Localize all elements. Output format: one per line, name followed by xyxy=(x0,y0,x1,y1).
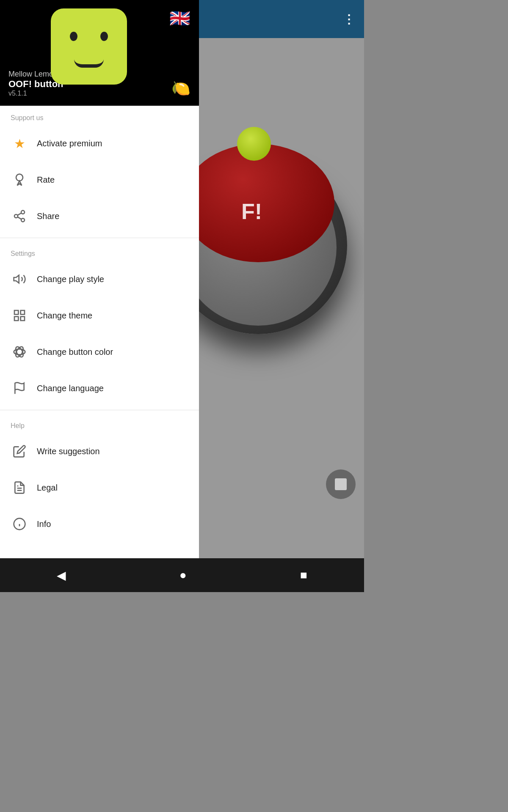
svg-rect-7 xyxy=(14,310,18,314)
info-label: Info xyxy=(37,519,51,529)
oof-face xyxy=(51,8,127,85)
svg-rect-10 xyxy=(14,317,18,321)
menu-item-change-button-color[interactable]: Change button color xyxy=(0,334,199,370)
volume-icon xyxy=(11,270,28,288)
edit-icon xyxy=(11,442,28,460)
nav-bar: ◀ ● ■ xyxy=(0,558,364,592)
menu-item-activate-premium[interactable]: ★ Activate premium xyxy=(0,125,199,162)
app-logo xyxy=(51,8,127,85)
menu-item-legal[interactable]: Legal xyxy=(0,469,199,506)
oof-text: F! xyxy=(241,199,262,224)
change-button-color-label: Change button color xyxy=(37,347,113,357)
oof-button: F! xyxy=(195,123,364,419)
eye-left xyxy=(70,32,77,41)
back-button[interactable]: ◀ xyxy=(57,568,66,582)
stop-icon xyxy=(335,478,347,490)
drawer-header: 🇬🇧 🍋 Mellow Lemon OOF! button v5.1.1 xyxy=(0,0,199,106)
share-icon xyxy=(11,207,28,225)
recent-button[interactable]: ■ xyxy=(300,568,307,582)
menu-item-share[interactable]: Share xyxy=(0,198,199,234)
change-theme-label: Change theme xyxy=(37,311,92,321)
more-options-button[interactable]: ⋮ xyxy=(343,12,356,26)
section-label-help: Help xyxy=(0,414,199,433)
change-language-label: Change language xyxy=(37,384,104,393)
svg-point-3 xyxy=(21,218,25,222)
menu-item-change-language[interactable]: Change language xyxy=(0,370,199,406)
svg-rect-8 xyxy=(21,310,25,314)
flag-icon xyxy=(11,379,28,397)
activate-premium-label: Activate premium xyxy=(37,139,102,148)
mouth xyxy=(74,59,104,68)
oof-scene: F! xyxy=(195,38,364,592)
menu-item-change-theme[interactable]: Change theme xyxy=(0,297,199,334)
stop-button[interactable] xyxy=(326,469,356,499)
drawer-content: Support us ★ Activate premium Rate xyxy=(0,106,199,558)
write-suggestion-label: Write suggestion xyxy=(37,447,100,456)
svg-point-2 xyxy=(14,214,18,218)
svg-line-4 xyxy=(17,217,21,219)
svg-line-5 xyxy=(17,213,21,215)
section-label-settings: Settings xyxy=(0,241,199,261)
drawer: 🇬🇧 🍋 Mellow Lemon OOF! button v5.1.1 Sup… xyxy=(0,0,199,558)
info-icon xyxy=(11,515,28,533)
divider-2 xyxy=(0,410,199,410)
legal-label: Legal xyxy=(37,483,58,493)
menu-item-write-suggestion[interactable]: Write suggestion xyxy=(0,433,199,469)
language-flag: 🇬🇧 xyxy=(169,8,190,28)
svg-rect-9 xyxy=(21,317,25,321)
change-play-style-label: Change play style xyxy=(37,274,104,284)
share-label: Share xyxy=(37,211,59,221)
app-version: v5.1.1 xyxy=(8,90,190,97)
eye-right xyxy=(100,32,108,41)
legal-icon xyxy=(11,479,28,497)
menu-item-change-play-style[interactable]: Change play style xyxy=(0,261,199,297)
menu-item-info[interactable]: Info xyxy=(0,506,199,542)
badge-icon xyxy=(11,171,28,189)
svg-marker-6 xyxy=(14,275,19,283)
rate-label: Rate xyxy=(37,175,55,185)
color-icon xyxy=(11,343,28,361)
divider-1 xyxy=(0,238,199,238)
section-label-support: Support us xyxy=(0,106,199,125)
oof-face-top xyxy=(237,127,271,161)
theme-icon xyxy=(11,307,28,324)
menu-item-rate[interactable]: Rate xyxy=(0,162,199,198)
lemon-icon: 🍋 xyxy=(171,80,190,97)
svg-point-1 xyxy=(21,211,25,214)
star-icon: ★ xyxy=(11,134,28,152)
home-button[interactable]: ● xyxy=(179,568,187,582)
